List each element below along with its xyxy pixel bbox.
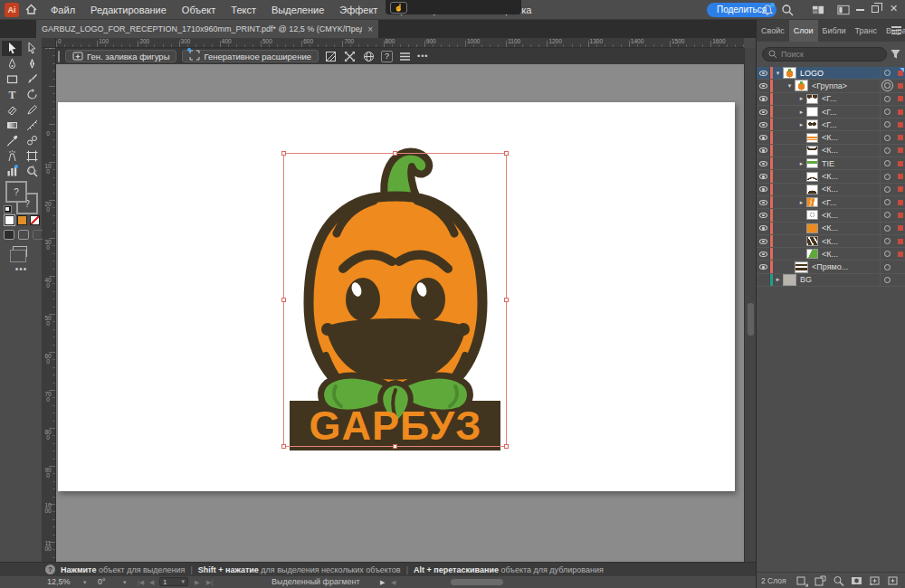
- filter-icon[interactable]: [890, 48, 901, 60]
- target-circle-icon[interactable]: [884, 82, 891, 89]
- selection-cell[interactable]: [894, 83, 905, 89]
- selection-cell[interactable]: [894, 186, 905, 192]
- selection-handle[interactable]: [281, 298, 286, 302]
- horizontal-ruler[interactable]: 0100200300400500600700800900100011001200…: [56, 38, 744, 48]
- selection-cell[interactable]: [894, 251, 905, 257]
- layer-row[interactable]: <К...: [757, 248, 905, 261]
- selection-handle[interactable]: [504, 444, 509, 449]
- panel-tab-свойс[interactable]: Свойс: [757, 20, 789, 42]
- search-icon[interactable]: [781, 4, 794, 16]
- direct-selection-tool-icon[interactable]: [22, 41, 42, 56]
- visibility-cell[interactable]: [757, 80, 770, 91]
- target-cell[interactable]: [880, 274, 894, 286]
- layer-thumbnail[interactable]: [806, 210, 818, 220]
- eye-icon[interactable]: [759, 264, 767, 270]
- panel-tab-транс[interactable]: Транс: [851, 20, 881, 42]
- rectangle-tool-icon[interactable]: [2, 71, 22, 87]
- visibility-cell[interactable]: [757, 157, 770, 169]
- visibility-cell[interactable]: [757, 131, 770, 143]
- blend-tool-icon[interactable]: [22, 133, 42, 148]
- expand-chevron-icon[interactable]: ▸: [796, 109, 806, 116]
- target-cell[interactable]: [880, 223, 894, 234]
- prev-artboard-icon[interactable]: ◀: [149, 579, 154, 586]
- selection-cell[interactable]: [894, 239, 905, 244]
- layer-row[interactable]: ▸<Г...: [757, 93, 905, 106]
- new-sublayer-icon[interactable]: [869, 575, 881, 586]
- selection-square[interactable]: [898, 109, 903, 115]
- vertical-ruler[interactable]: 00010020030040050060070080090010001100: [43, 48, 56, 562]
- selection-handle[interactable]: [393, 151, 397, 156]
- selection-cell[interactable]: [894, 213, 905, 218]
- rotation-value[interactable]: 0°: [98, 577, 106, 586]
- selection-cell[interactable]: [894, 174, 905, 179]
- eye-icon[interactable]: [759, 213, 767, 218]
- curvature-tool-icon[interactable]: [2, 56, 22, 71]
- symbol-sprayer-tool-icon[interactable]: [2, 148, 22, 164]
- layer-thumbnail[interactable]: [806, 249, 818, 259]
- layer-row[interactable]: ▾<Группа>: [757, 80, 905, 92]
- touch-workspace-icon[interactable]: ☝: [390, 2, 407, 14]
- new-layer-icon[interactable]: [887, 575, 899, 586]
- layer-row[interactable]: ▸BG: [757, 274, 905, 287]
- target-cell[interactable]: [880, 209, 894, 221]
- selection-square[interactable]: [898, 225, 903, 231]
- eye-icon[interactable]: [759, 251, 767, 257]
- eye-icon[interactable]: [759, 200, 767, 205]
- scroll-left-icon[interactable]: ◀: [391, 579, 395, 586]
- selection-square[interactable]: [898, 251, 903, 257]
- transform-icon[interactable]: [343, 50, 357, 62]
- selection-square[interactable]: [898, 186, 903, 192]
- eye-icon[interactable]: [759, 96, 767, 101]
- target-circle-icon[interactable]: [884, 147, 891, 154]
- artboard-chevron-icon[interactable]: ▾: [181, 578, 185, 585]
- generative-expand-button[interactable]: Генеративное расширение: [182, 50, 319, 62]
- vertical-scrollbar[interactable]: [744, 48, 756, 576]
- expand-chevron-icon[interactable]: ▾: [785, 82, 795, 90]
- globe-icon[interactable]: [362, 50, 376, 62]
- expand-chevron-icon[interactable]: ▸: [796, 121, 806, 128]
- rotation-chevron-icon[interactable]: ▾: [123, 579, 127, 586]
- layer-thumbnail[interactable]: [806, 94, 818, 104]
- eye-icon[interactable]: [759, 174, 767, 179]
- selection-cell[interactable]: [894, 109, 905, 115]
- help-button[interactable]: ?: [381, 51, 393, 62]
- target-circle-icon[interactable]: [884, 109, 891, 115]
- selection-square[interactable]: [898, 122, 903, 128]
- eye-icon[interactable]: [759, 147, 767, 153]
- eye-icon[interactable]: [759, 71, 767, 76]
- selection-square[interactable]: [898, 239, 903, 244]
- zoom-chevron-icon[interactable]: ▾: [83, 579, 87, 586]
- draw-normal-icon[interactable]: [4, 230, 14, 240]
- target-circle-icon[interactable]: [884, 160, 891, 166]
- screen-mode-icon[interactable]: [13, 246, 27, 257]
- eye-icon[interactable]: [759, 161, 767, 166]
- target-circle-icon[interactable]: [884, 251, 891, 257]
- expand-chevron-icon[interactable]: ▸: [796, 160, 806, 167]
- restore-button[interactable]: [872, 5, 879, 13]
- visibility-cell[interactable]: [757, 93, 770, 105]
- gradient-button[interactable]: [17, 215, 27, 225]
- selection-cell[interactable]: [894, 122, 905, 128]
- layer-thumbnail[interactable]: [795, 80, 808, 91]
- tab-close-icon[interactable]: ×: [367, 24, 373, 34]
- layer-thumbnail[interactable]: [806, 172, 818, 182]
- target-circle-icon[interactable]: [884, 277, 891, 283]
- visibility-cell[interactable]: [757, 235, 770, 247]
- target-circle-icon[interactable]: [884, 225, 891, 232]
- expand-chevron-icon[interactable]: ▸: [796, 199, 806, 206]
- zoom-level[interactable]: 12,5%: [47, 577, 71, 586]
- illustrator-logo-icon[interactable]: Ai: [5, 3, 19, 17]
- selection-square[interactable]: [898, 213, 903, 218]
- gradient-tool-icon[interactable]: [2, 118, 22, 133]
- visibility-cell[interactable]: [757, 106, 770, 118]
- selection-handle[interactable]: [504, 151, 509, 156]
- target-circle-icon[interactable]: [884, 135, 891, 141]
- menu-item-объект[interactable]: Объект: [182, 5, 215, 15]
- default-fill-stroke-icon[interactable]: [4, 205, 12, 213]
- visibility-cell[interactable]: [757, 223, 770, 234]
- mask-icon[interactable]: [324, 50, 338, 62]
- layer-thumbnail[interactable]: [806, 133, 818, 143]
- menu-item-эффект[interactable]: Эффект: [339, 5, 377, 15]
- visibility-cell[interactable]: [757, 67, 770, 79]
- menu-item-выделение[interactable]: Выделение: [272, 5, 324, 15]
